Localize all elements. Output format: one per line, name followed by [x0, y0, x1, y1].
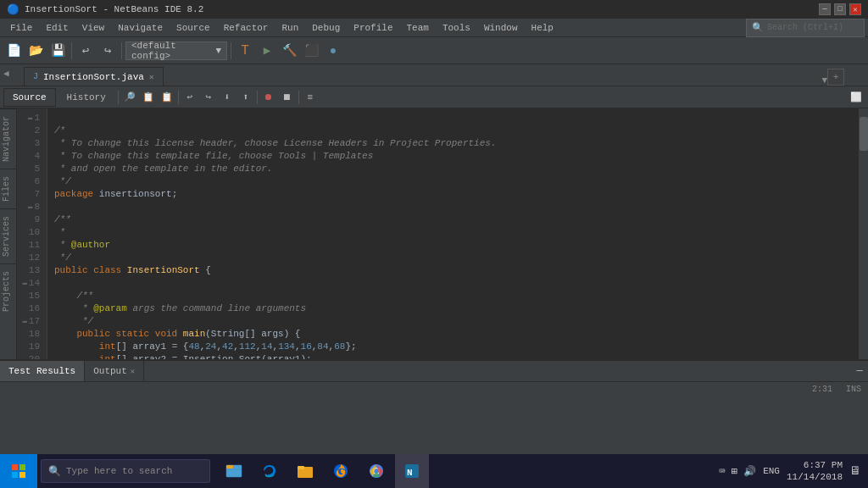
etb-btn-record[interactable]: ⏺ — [260, 89, 277, 106]
scrollbar-thumb[interactable] — [860, 117, 868, 151]
output-close-button[interactable]: ✕ — [131, 367, 135, 376]
menu-run[interactable]: Run — [275, 19, 305, 36]
menu-profile[interactable]: Profile — [347, 19, 399, 36]
etb-btn-4[interactable]: ↩ — [181, 89, 198, 106]
editor-scrollbar[interactable] — [858, 108, 868, 359]
taskbar-language: ENG — [763, 466, 780, 476]
panel-area: Test Results Output ✕ ─ — [0, 359, 868, 381]
status-bar: 2:31 INS — [0, 381, 868, 396]
ln-18: 18 — [17, 328, 43, 341]
ln-11: 11 — [17, 239, 43, 252]
taskbar-clock: 6:37 PM 11/14/2018 — [787, 459, 843, 484]
run-button[interactable]: ▶ — [257, 41, 277, 61]
profile-button[interactable]: ● — [323, 41, 343, 61]
taskbar-app-folder[interactable] — [288, 454, 322, 488]
history-tab[interactable]: History — [58, 88, 115, 107]
search-icon: 🔍 — [752, 22, 764, 33]
clock-time: 6:37 PM — [787, 459, 843, 471]
etb-btn-6[interactable]: ⬇ — [219, 89, 236, 106]
stop-button[interactable]: ⬛ — [301, 41, 321, 61]
build-button[interactable]: 🔨 — [279, 41, 299, 61]
svg-text:N: N — [407, 468, 413, 478]
clock-date: 11/14/2018 — [787, 471, 843, 483]
menu-refactor[interactable]: Refactor — [217, 19, 275, 36]
ln-13: 13 — [17, 264, 43, 277]
ln-15: 15 — [17, 290, 43, 302]
left-sidebar-panels: Navigator Files Services Projects — [0, 108, 17, 359]
source-tab[interactable]: Source — [3, 88, 56, 107]
taskbar-icons: ⌨ ⊞ 🔊 — [719, 465, 756, 478]
maximize-button[interactable]: □ — [834, 3, 846, 15]
test-results-tab[interactable]: Test Results — [0, 361, 85, 381]
menu-help[interactable]: Help — [525, 19, 560, 36]
etb-btn-3[interactable]: 📋 — [159, 89, 175, 106]
menu-view[interactable]: View — [75, 19, 111, 36]
output-tab[interactable]: Output ✕ — [85, 361, 144, 381]
menu-debug[interactable]: Debug — [305, 19, 347, 36]
etb-btn-expand[interactable]: ⬜ — [848, 89, 865, 106]
etb-btn-5[interactable]: ↪ — [200, 89, 217, 106]
taskbar-app-netbeans[interactable]: N — [395, 454, 429, 488]
menu-source[interactable]: Source — [170, 19, 217, 36]
start-button[interactable] — [0, 454, 37, 488]
taskbar: 🔍 Type here to search — [0, 454, 868, 488]
fold-17[interactable]: ▬ — [22, 315, 26, 328]
etb-btn-2[interactable]: 📋 — [140, 89, 157, 106]
navigator-panel-tab[interactable]: Navigator — [0, 108, 16, 169]
new-tab-button[interactable]: + — [827, 69, 844, 86]
close-button[interactable]: ✕ — [849, 3, 861, 15]
menu-tools[interactable]: Tools — [436, 19, 477, 36]
undo-button[interactable]: ↩ — [75, 41, 96, 61]
tab-filename: InsertionSort.java — [43, 72, 144, 82]
etb-btn-1[interactable]: 🔎 — [121, 89, 138, 106]
taskbar-search-box[interactable]: 🔍 Type here to search — [41, 459, 210, 483]
etb-btn-7[interactable]: ⬆ — [237, 89, 254, 106]
main-area: Navigator Files Services Projects ▬1 2 3… — [0, 108, 868, 359]
ln-10: 10 — [17, 226, 43, 239]
menu-navigate[interactable]: Navigate — [111, 19, 170, 36]
taskbar-search-icon: 🔍 — [48, 465, 61, 478]
panel-minimize-button[interactable]: ─ — [851, 363, 868, 380]
taskbar-app-firefox[interactable] — [324, 454, 358, 488]
ln-16: 16 — [17, 302, 43, 315]
code-content[interactable]: /* * To change this license header, choo… — [47, 108, 858, 359]
config-dropdown[interactable]: <default config> ▼ — [125, 42, 227, 60]
editor-tab-insertionsort[interactable]: J InsertionSort.java ✕ — [24, 67, 164, 86]
open-button[interactable]: 📂 — [25, 41, 46, 61]
fold-1[interactable]: ▬ — [28, 112, 32, 125]
etb-btn-stop[interactable]: ⏹ — [279, 89, 296, 106]
ln-5: 5 — [17, 163, 43, 175]
services-panel-tab[interactable]: Services — [0, 208, 16, 263]
ln-8: ▬8 — [17, 201, 43, 214]
projects-panel-tab[interactable]: Projects — [0, 263, 16, 319]
fold-14[interactable]: ▬ — [22, 277, 26, 290]
test-results-label: Test Results — [8, 366, 75, 376]
save-button[interactable]: 💾 — [47, 41, 68, 61]
editor-toolbar: Source History 🔎 📋 📋 ↩ ↪ ⬇ ⬆ ⏺ ⏹ ≡ ⬜ — [0, 86, 868, 108]
notification-icon[interactable]: 🖥 — [849, 464, 861, 478]
tab-scroll-left[interactable]: ◀ — [3, 68, 9, 79]
svg-rect-3 — [19, 472, 25, 478]
tab-overflow-button[interactable]: ▼ — [821, 75, 827, 86]
taskbar-app-chrome[interactable] — [359, 454, 393, 488]
minimize-button[interactable]: ─ — [819, 3, 831, 15]
new-file-button[interactable]: 📄 — [3, 41, 24, 61]
taskbar-app-edge[interactable] — [253, 454, 287, 488]
menu-team[interactable]: Team — [400, 19, 436, 36]
menu-file[interactable]: File — [3, 19, 39, 36]
taskbar-app-explorer[interactable] — [217, 454, 251, 488]
tab-close-button[interactable]: ✕ — [149, 72, 154, 82]
search-box[interactable]: 🔍 Search (Ctrl+I) — [746, 19, 865, 37]
fold-8[interactable]: ▬ — [28, 201, 32, 214]
menu-bar: File Edit View Navigate Source Refactor … — [0, 19, 868, 37]
debug-button[interactable]: T — [235, 41, 255, 61]
menu-window[interactable]: Window — [477, 19, 525, 36]
java-file-icon: J — [33, 72, 38, 81]
files-panel-tab[interactable]: Files — [0, 169, 16, 208]
etb-sep-4 — [298, 91, 299, 104]
cursor-position: 2:31 — [812, 385, 832, 394]
menu-edit[interactable]: Edit — [39, 19, 75, 36]
etb-btn-diff[interactable]: ≡ — [302, 89, 319, 106]
redo-button[interactable]: ↪ — [97, 41, 118, 61]
ln-2: 2 — [17, 125, 43, 137]
